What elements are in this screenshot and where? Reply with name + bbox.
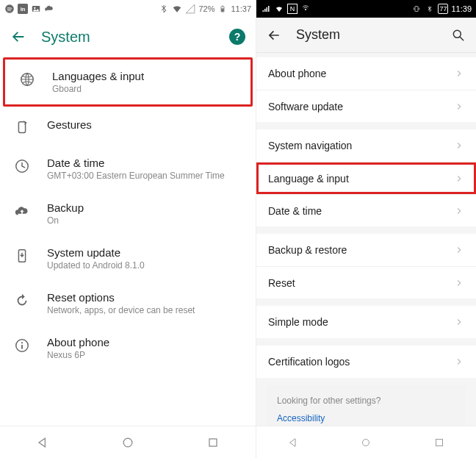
- square-recent-icon: [433, 436, 446, 449]
- group-simple-mode: Simple mode: [256, 306, 476, 338]
- nav-back-button[interactable]: [286, 436, 300, 449]
- triangle-back-icon: [286, 436, 300, 449]
- chevron-right-icon: [454, 317, 464, 327]
- row-subtitle: On: [47, 215, 242, 226]
- row-title: Backup & restore: [268, 244, 454, 256]
- row-subtitle: Network, apps, or device can be reset: [47, 305, 242, 315]
- row-language-input[interactable]: Language & input: [256, 162, 476, 194]
- row-system-navigation[interactable]: System navigation: [256, 129, 476, 162]
- nav-bar-right: [256, 426, 476, 458]
- row-subtitle: Updated to Android 8.1.0: [47, 260, 242, 271]
- svg-rect-9: [18, 122, 25, 133]
- phone-emui: N 77 11:39 System About phone: [256, 0, 476, 458]
- system-update-icon: [14, 248, 30, 264]
- row-subtitle: GMT+03:00 Eastern European Summer Time: [47, 171, 242, 181]
- gestures-icon: [14, 120, 30, 136]
- circle-home-icon: [120, 435, 135, 450]
- row-date-time[interactable]: Date & time: [256, 194, 476, 226]
- svg-point-15: [123, 438, 132, 447]
- nav-home-button[interactable]: [120, 435, 135, 450]
- chevron-right-icon: [454, 206, 464, 216]
- group-backup-reset: Backup & restore Reset: [256, 234, 476, 298]
- nav-bar-left: [0, 426, 256, 458]
- row-title: Gestures: [47, 118, 242, 131]
- status-bar-left: in 72% 11:37: [0, 0, 256, 18]
- svg-rect-21: [436, 439, 443, 446]
- row-reset[interactable]: Reset: [256, 266, 476, 298]
- highlight-languages-input: Languages & input Gboard: [3, 57, 253, 107]
- status-time: 11:39: [451, 4, 472, 13]
- svg-point-4: [34, 7, 35, 9]
- svg-text:in: in: [21, 6, 26, 12]
- row-about-phone[interactable]: About phone Nexus 6P: [0, 326, 256, 371]
- row-system-update[interactable]: System update Updated to Android 8.1.0: [0, 236, 256, 281]
- row-title: Simple mode: [268, 316, 454, 328]
- footer-other-settings: Looking for other settings? Accessibilit…: [267, 385, 466, 426]
- back-button[interactable]: [10, 29, 26, 45]
- row-subtitle: Nexus 6P: [47, 350, 242, 360]
- battery-box-icon: 77: [438, 4, 448, 14]
- vibrate-icon: [411, 4, 422, 14]
- accessibility-link[interactable]: Accessibility: [277, 413, 455, 423]
- group-certification: Certification logos: [256, 346, 476, 378]
- info-icon: [14, 337, 30, 354]
- bluetooth-icon: [159, 4, 169, 14]
- chevron-right-icon: [454, 357, 464, 367]
- photo-icon: [31, 4, 41, 14]
- circle-home-icon: [359, 436, 372, 449]
- globe-icon: [19, 71, 35, 87]
- group-about: About phone Software update: [256, 57, 476, 122]
- battery-percent: 72%: [198, 4, 214, 13]
- search-button[interactable]: [451, 28, 466, 43]
- svg-point-13: [21, 342, 23, 343]
- svg-point-17: [305, 9, 306, 10]
- svg-rect-16: [209, 439, 217, 446]
- row-backup-restore[interactable]: Backup & restore: [256, 234, 476, 266]
- row-certification-logos[interactable]: Certification logos: [256, 346, 476, 378]
- status-time: 11:37: [231, 4, 251, 13]
- row-simple-mode[interactable]: Simple mode: [256, 306, 476, 338]
- header-right: System: [256, 18, 476, 53]
- settings-list-right: About phone Software update System navig…: [256, 53, 476, 426]
- row-title: Date & time: [268, 205, 454, 217]
- back-button[interactable]: [267, 28, 281, 43]
- row-title: System navigation: [268, 140, 454, 151]
- battery-icon: [217, 4, 228, 14]
- svg-rect-6: [223, 6, 224, 7]
- bluetooth-icon: [425, 4, 435, 14]
- row-gestures[interactable]: Gestures: [0, 108, 256, 146]
- linkedin-icon: in: [18, 4, 28, 14]
- row-title: About phone: [268, 68, 454, 79]
- row-title: Reset: [268, 277, 454, 289]
- wifi-icon: [274, 4, 284, 14]
- row-languages-input[interactable]: Languages & input Gboard: [5, 60, 250, 104]
- chevron-right-icon: [454, 245, 464, 255]
- nfc-icon: N: [287, 4, 298, 14]
- arrow-left-icon: [10, 29, 26, 45]
- row-reset-options[interactable]: Reset options Network, apps, or device c…: [0, 281, 256, 326]
- chevron-right-icon: [454, 173, 464, 184]
- row-about-phone[interactable]: About phone: [256, 57, 476, 90]
- reset-icon: [14, 293, 30, 309]
- chevron-right-icon: [454, 101, 464, 112]
- row-date-time[interactable]: Date & time GMT+03:00 Eastern European S…: [0, 146, 256, 191]
- triangle-back-icon: [35, 435, 50, 450]
- nav-recent-button[interactable]: [433, 436, 446, 449]
- nav-back-button[interactable]: [35, 435, 50, 450]
- row-title: Language & input: [268, 173, 454, 185]
- row-subtitle: Gboard: [52, 84, 237, 94]
- settings-list-left: Languages & input Gboard Gestures: [0, 56, 256, 426]
- svg-point-20: [363, 439, 369, 446]
- row-backup[interactable]: Backup On: [0, 191, 256, 236]
- nav-recent-button[interactable]: [206, 435, 220, 450]
- wifi-icon: [172, 4, 182, 14]
- header-left: System ?: [0, 18, 256, 56]
- footer-question: Looking for other settings?: [277, 396, 455, 406]
- hotspot-icon: [300, 4, 311, 14]
- row-software-update[interactable]: Software update: [256, 90, 476, 122]
- chevron-right-icon: [454, 68, 464, 79]
- help-button[interactable]: ?: [229, 29, 245, 45]
- signal-icon: [185, 4, 195, 14]
- search-icon: [451, 28, 466, 43]
- nav-home-button[interactable]: [359, 436, 372, 449]
